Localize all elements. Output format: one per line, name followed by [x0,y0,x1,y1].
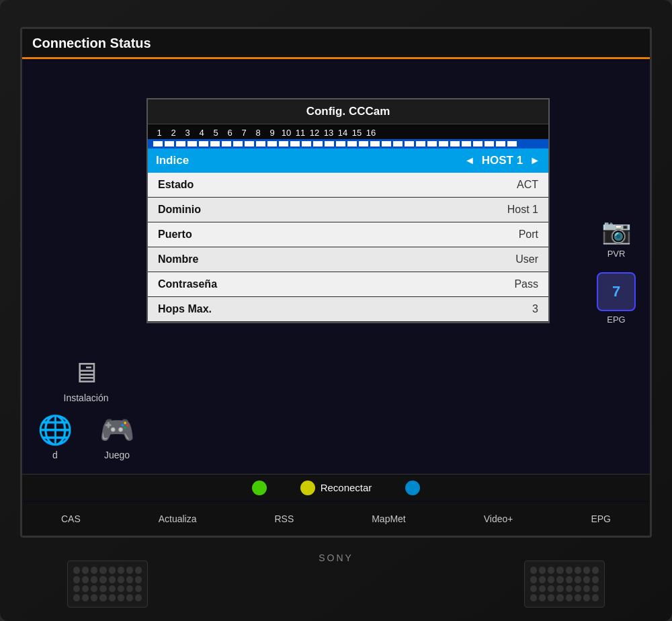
config-title: Config. CCCam [148,99,548,124]
arrow-right-icon[interactable]: ► [530,155,540,167]
nav-mapmet[interactable]: MapMet [372,513,406,524]
dot-8 [233,141,243,147]
indice-value: HOST 1 [482,154,523,167]
dot-10 [256,141,265,147]
tab-10[interactable]: 10 [280,128,292,138]
dot-26 [439,141,448,147]
contrasena-row[interactable]: Contraseña Pass [148,272,548,297]
epg-label: EPG [607,315,625,325]
hops-value: 3 [532,303,538,315]
nombre-value: User [515,253,538,265]
tab-6[interactable]: 6 [224,128,236,138]
contrasena-label: Contraseña [158,278,217,290]
tab-4[interactable]: 4 [196,128,208,138]
dot-20 [370,141,380,147]
tab-11[interactable]: 11 [294,128,306,138]
dots-row [148,139,548,149]
nombre-row[interactable]: Nombre User [148,247,548,272]
brand-label: SONY [319,552,353,563]
gamepad-icon: 🎮 [99,413,134,446]
globe-icon: 🌐 [38,413,73,446]
tab-14[interactable]: 14 [337,128,349,138]
tab-15[interactable]: 15 [351,128,363,138]
right-menu: 📷 PVR 7 EPG [583,61,650,481]
dominio-row[interactable]: Dominio Host 1 [148,198,548,222]
tab-8[interactable]: 8 [252,128,264,138]
tab-9[interactable]: 9 [266,128,278,138]
tab-13[interactable]: 13 [323,128,335,138]
instalacion-icon: 🖥 [72,357,100,389]
tab-1[interactable]: 1 [153,128,165,138]
dot-11 [267,141,277,147]
bottom-nav: CAS Actualiza RSS MapMet Video+ EPG [22,502,650,536]
nav-epg[interactable]: EPG [591,513,611,524]
dot-2 [165,141,174,147]
nav-rss[interactable]: RSS [274,513,294,524]
dot-19 [359,141,368,147]
dot-25 [427,141,437,147]
juego-label: Juego [104,450,130,460]
bottom-strip: Reconectar [22,474,650,501]
dot-4 [187,141,197,147]
dominio-value: Host 1 [507,204,538,216]
dot-23 [405,141,414,147]
connection-status-title: Connection Status [32,36,151,51]
puerto-row[interactable]: Puerto Port [148,222,548,247]
tab-5[interactable]: 5 [210,128,222,138]
dot-27 [450,141,460,147]
green-button-indicator[interactable] [252,481,267,495]
dot-12 [279,141,288,147]
config-panel: Config. CCCam 1 2 3 4 5 6 7 8 9 10 11 12… [146,98,550,323]
tab-3[interactable]: 3 [181,128,194,138]
d-label: d [52,450,58,460]
dot-30 [485,141,494,147]
indice-label: Indice [156,154,189,167]
tab-7[interactable]: 7 [238,128,250,138]
dot-31 [496,141,505,147]
dot-24 [416,141,425,147]
tab-16[interactable]: 16 [365,128,377,138]
dot-7 [222,141,231,147]
dot-32 [507,141,517,147]
dot-3 [176,141,185,147]
dominio-label: Dominio [158,204,201,216]
nav-cas[interactable]: CAS [61,513,81,524]
hops-label: Hops Max. [158,303,212,315]
epg-item[interactable]: 7 EPG [597,272,636,325]
dot-21 [382,141,391,147]
dot-29 [473,141,482,147]
left-menu: 🖥 Instalación 🌐 d 🎮 Juego [22,61,150,481]
tab-12[interactable]: 12 [308,128,321,138]
speaker-grille-right [525,561,604,607]
menu-item-d[interactable]: 🌐 d [38,413,73,460]
tab-2[interactable]: 2 [167,128,179,138]
tv-screen: Connection Status Config. CCCam 1 2 3 4 … [20,27,652,538]
nombre-label: Nombre [158,253,198,265]
arrow-left-icon[interactable]: ◄ [464,155,475,167]
indice-nav: ◄ HOST 1 ► [464,154,540,167]
puerto-value: Port [519,229,538,241]
dot-28 [462,141,471,147]
speaker-left [67,561,148,608]
hops-row[interactable]: Hops Max. 3 [148,297,548,322]
contrasena-value: Pass [514,278,538,290]
instalacion-label: Instalación [64,392,109,403]
yellow-button-indicator[interactable]: Reconectar [300,481,372,495]
menu-item-juego[interactable]: 🎮 Juego [99,413,134,460]
speaker-right [524,561,605,608]
menu-item-instalacion[interactable]: 🖥 Instalación [64,357,109,403]
indice-row[interactable]: Indice ◄ HOST 1 ► [148,149,548,173]
puerto-label: Puerto [158,229,192,241]
estado-label: Estado [158,179,194,191]
dot-5 [199,141,208,147]
green-circle-icon [252,481,267,495]
blue-circle-icon [405,481,420,495]
blue-button-indicator[interactable] [405,481,420,495]
dot-15 [313,141,323,147]
dot-6 [210,141,220,147]
nav-video[interactable]: Video+ [484,513,513,524]
dot-9 [245,141,254,147]
pvr-item[interactable]: 📷 PVR [601,217,632,259]
nav-actualiza[interactable]: Actualiza [159,513,197,524]
estado-row[interactable]: Estado ACT [148,173,548,198]
